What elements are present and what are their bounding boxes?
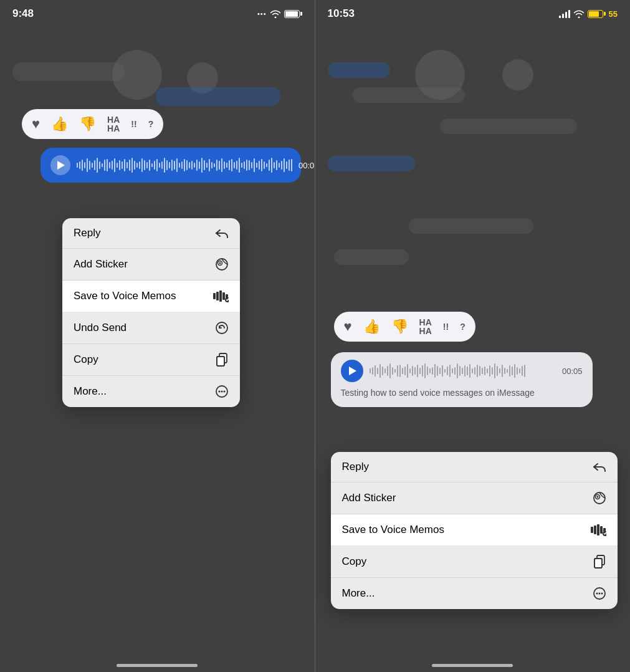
- left-phone-panel: 9:48 •••: [0, 0, 315, 672]
- right-voice-bubble-container: 00:05 Testing how to send voice messages…: [331, 352, 593, 407]
- left-reaction-bar: ♥ 👍 👎 HAHA !! ?: [22, 109, 163, 139]
- left-home-indicator: [117, 664, 198, 667]
- right-bg-msg-3: [440, 118, 577, 134]
- bg-msg-1: [12, 62, 125, 81]
- right-copy-icon: [593, 555, 606, 569]
- left-menu-save-voice[interactable]: Save to Voice Memos: [62, 281, 240, 312]
- right-status-bar: 10:53: [315, 0, 631, 24]
- right-menu-more[interactable]: More...: [331, 578, 618, 609]
- left-menu-reply[interactable]: Reply: [62, 218, 240, 249]
- undo-icon: [215, 321, 229, 335]
- sticker-icon: [215, 257, 229, 271]
- right-reaction-thumbsup[interactable]: 👍: [363, 319, 380, 335]
- copy-icon: [215, 353, 229, 367]
- right-bg-blob-2: [502, 59, 533, 90]
- wifi-icon: [270, 10, 281, 18]
- left-voice-time: 00:02: [298, 161, 315, 170]
- svg-rect-3: [213, 293, 216, 299]
- reaction-exclaim[interactable]: !!: [131, 120, 136, 128]
- play-triangle-icon: [349, 367, 356, 375]
- right-reaction-exclaim[interactable]: !!: [443, 322, 449, 331]
- svg-point-14: [219, 391, 221, 393]
- right-voice-caption: Testing how to send voice messages on iM…: [341, 387, 583, 400]
- reaction-heart[interactable]: ♥: [32, 116, 40, 132]
- svg-rect-27: [594, 559, 602, 568]
- svg-point-31: [598, 593, 600, 595]
- svg-rect-21: [594, 526, 596, 534]
- right-reaction-heart[interactable]: ♥: [344, 319, 352, 335]
- left-context-menu: Reply Add Sticker Save to Voice Memos: [62, 218, 240, 407]
- left-status-bar: 9:48 •••: [0, 0, 315, 24]
- more-icon: [215, 385, 229, 398]
- left-voice-bubble: 00:02: [41, 148, 301, 183]
- right-home-indicator: [432, 664, 513, 667]
- right-play-button[interactable]: [341, 360, 363, 382]
- left-menu-copy[interactable]: Copy: [62, 344, 240, 376]
- bg-msg-2: [156, 87, 280, 106]
- right-wifi-icon: [573, 10, 585, 18]
- right-reply-icon: [593, 461, 606, 473]
- right-reaction-thumbsdown[interactable]: 👎: [391, 319, 408, 335]
- reaction-haha[interactable]: HAHA: [107, 115, 120, 133]
- right-status-icons: 55: [559, 9, 618, 19]
- svg-point-30: [596, 593, 598, 595]
- right-time: 10:53: [328, 7, 355, 20]
- svg-rect-6: [222, 292, 225, 300]
- right-context-menu: Reply Add Sticker Save to Voice Memos: [331, 452, 618, 609]
- left-waveform: [77, 158, 292, 173]
- right-bg-msg-1: [328, 62, 390, 78]
- right-reaction-haha[interactable]: HAHA: [419, 318, 432, 335]
- right-bg-msg-2: [353, 87, 465, 103]
- right-voice-bubble-row: 00:05: [341, 360, 583, 382]
- right-waveform: [370, 363, 556, 378]
- svg-rect-23: [600, 526, 603, 534]
- svg-point-18: [596, 496, 598, 498]
- left-menu-more[interactable]: More...: [62, 376, 240, 407]
- reaction-thumbsup[interactable]: 👍: [51, 116, 68, 132]
- svg-point-16: [224, 391, 226, 393]
- right-reaction-question[interactable]: ?: [460, 322, 465, 331]
- left-play-button[interactable]: [50, 155, 70, 175]
- signal-dots-icon: •••: [257, 10, 267, 17]
- right-bg-msg-5: [409, 218, 533, 234]
- svg-point-15: [221, 391, 223, 393]
- right-bg-msg-6: [334, 249, 409, 265]
- right-voice-memos-icon: [590, 523, 606, 537]
- right-bg-msg-4: [328, 156, 415, 171]
- left-time: 9:48: [12, 7, 34, 20]
- left-status-icons: •••: [257, 10, 302, 18]
- svg-point-1: [219, 262, 221, 264]
- reply-icon: [215, 228, 229, 239]
- right-reaction-bar: ♥ 👍 👎 HAHA !! ?: [334, 312, 475, 342]
- battery-icon: [284, 10, 302, 18]
- svg-rect-20: [591, 527, 593, 533]
- svg-rect-5: [219, 290, 222, 302]
- svg-point-9: [216, 322, 227, 334]
- svg-rect-22: [597, 524, 599, 535]
- left-menu-undo-send[interactable]: Undo Send: [62, 312, 240, 344]
- right-menu-copy[interactable]: Copy: [331, 546, 618, 578]
- svg-rect-11: [217, 357, 224, 366]
- right-phone-panel: 10:53: [315, 0, 631, 672]
- right-more-icon: [593, 587, 606, 600]
- signal-bars-icon: [559, 10, 570, 18]
- svg-rect-4: [216, 292, 219, 300]
- voice-memos-icon: [212, 289, 229, 303]
- right-voice-time: 00:05: [562, 367, 583, 376]
- svg-point-32: [601, 593, 603, 595]
- right-battery-icon: [588, 10, 606, 18]
- battery-percent: 55: [609, 9, 618, 19]
- right-menu-add-sticker[interactable]: Add Sticker: [331, 482, 618, 514]
- reaction-thumbsdown[interactable]: 👎: [79, 116, 96, 132]
- reaction-question[interactable]: ?: [148, 120, 154, 128]
- right-menu-save-voice[interactable]: Save to Voice Memos: [331, 514, 618, 546]
- left-menu-add-sticker[interactable]: Add Sticker: [62, 249, 240, 281]
- right-sticker-icon: [593, 491, 606, 505]
- right-menu-reply[interactable]: Reply: [331, 452, 618, 482]
